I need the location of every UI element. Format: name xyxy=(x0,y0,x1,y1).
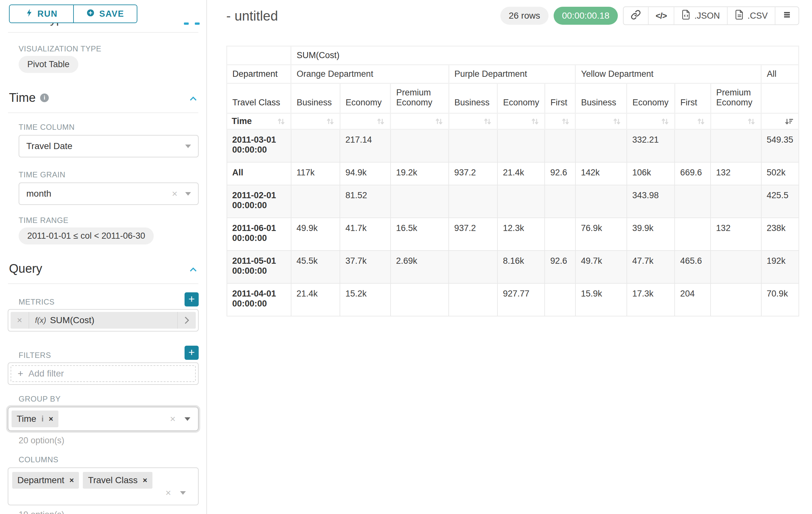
metric-pill[interactable]: × f(x) SUM(Cost) xyxy=(10,312,196,329)
time-grain-select[interactable]: month × xyxy=(19,183,199,205)
columns-label: COLUMNS xyxy=(19,455,199,464)
remove-token-icon[interactable]: × xyxy=(49,414,53,424)
row-label-cell: All xyxy=(227,162,291,185)
pivot-value-cell: 425.5 xyxy=(761,185,799,218)
pivot-value-cell: 39.9k xyxy=(627,218,675,250)
query-section-header[interactable]: Query xyxy=(0,262,206,276)
pivot-value-cell: 549.35 xyxy=(761,130,799,163)
chevron-up-icon[interactable] xyxy=(189,262,197,276)
sort-icon[interactable] xyxy=(325,117,335,126)
columns-token[interactable]: Department× xyxy=(12,472,79,489)
sort-icon[interactable] xyxy=(530,117,540,126)
sort-icon[interactable] xyxy=(376,117,385,126)
export-csv-button[interactable]: .CSV xyxy=(727,7,775,24)
column-leaf-header: Economy xyxy=(340,83,390,113)
view-query-button[interactable]: </> xyxy=(648,7,674,24)
metrics-label: METRICS xyxy=(19,297,55,306)
column-sort-header[interactable] xyxy=(390,113,449,130)
time-section-header[interactable]: Time i xyxy=(0,91,206,105)
sort-icon[interactable] xyxy=(747,117,756,126)
column-sort-header[interactable] xyxy=(576,113,627,130)
query-section-title: Query xyxy=(9,262,42,276)
time-section-title: Time xyxy=(9,91,36,105)
pivot-value-cell xyxy=(291,130,340,163)
visualization-type-value[interactable]: Pivot Table xyxy=(19,56,78,73)
sort-desc-icon[interactable] xyxy=(784,117,794,126)
filters-control: + Add filter xyxy=(8,362,199,385)
pivot-value-cell: 21.4k xyxy=(497,162,545,185)
row-label-cell: 2011-04-01 00:00:00 xyxy=(227,283,291,316)
column-sort-header[interactable] xyxy=(449,113,497,130)
pivot-value-cell: 47.7k xyxy=(627,250,675,283)
lightning-icon xyxy=(25,9,33,19)
pivot-row: 2011-06-01 00:00:0049.9k41.7k16.5k937.21… xyxy=(227,218,799,250)
pivot-value-cell: 217.14 xyxy=(340,130,390,163)
add-filter-label: Add filter xyxy=(29,369,64,379)
pivot-value-cell: 81.52 xyxy=(340,185,390,218)
sort-icon[interactable] xyxy=(696,117,706,126)
columns-select[interactable]: Department×Travel Class× × xyxy=(8,467,199,505)
sort-icon[interactable] xyxy=(561,117,570,126)
pivot-value-cell: 76.9k xyxy=(576,218,627,250)
pivot-value-cell xyxy=(710,185,761,218)
save-button[interactable]: SAVE xyxy=(73,5,137,23)
sort-icon[interactable] xyxy=(612,117,622,126)
pivot-value-cell xyxy=(390,185,449,218)
group-by-select[interactable]: Timei× × xyxy=(8,407,199,431)
add-filter-button[interactable]: + xyxy=(184,346,199,360)
add-metric-button[interactable]: + xyxy=(184,292,199,306)
clear-icon[interactable]: × xyxy=(170,414,176,424)
pivot-row: 2011-03-01 00:00:00217.14332.21549.35 xyxy=(227,130,799,163)
pivot-value-cell: 238k xyxy=(761,218,799,250)
link-icon xyxy=(631,10,641,22)
export-json-button[interactable]: .JSON xyxy=(674,7,727,24)
column-leaf-header: Economy xyxy=(627,83,675,113)
remove-metric-icon[interactable]: × xyxy=(10,315,29,325)
time-range-value[interactable]: 2011-01-01 ≤ col < 2011-06-30 xyxy=(19,227,154,244)
more-menu-button[interactable] xyxy=(775,7,799,24)
remove-token-icon[interactable]: × xyxy=(143,476,147,485)
chevron-up-icon[interactable] xyxy=(189,91,197,105)
query-timer-badge: 00:00:00.18 xyxy=(554,7,618,25)
pivot-value-cell: 37.7k xyxy=(340,250,390,283)
pivot-row: 2011-05-01 00:00:0045.5k37.7k2.69k8.16k9… xyxy=(227,250,799,283)
column-leaf-header: First xyxy=(675,83,710,113)
pivot-value-cell: 92.6 xyxy=(545,162,575,185)
pivot-value-cell: 49.9k xyxy=(291,218,340,250)
short-link-button[interactable] xyxy=(624,7,648,24)
pivot-row: 2011-04-01 00:00:0021.4k15.2k927.7715.9k… xyxy=(227,283,799,316)
sort-icon[interactable] xyxy=(434,117,444,126)
group-by-token[interactable]: Timei× xyxy=(11,410,58,427)
column-sort-header[interactable] xyxy=(675,113,710,130)
clear-icon[interactable]: × xyxy=(172,189,177,198)
clear-icon[interactable]: × xyxy=(165,488,171,497)
sort-icon[interactable] xyxy=(660,117,670,126)
column-sort-header[interactable] xyxy=(497,113,545,130)
row-count-badge: 26 rows xyxy=(500,7,549,25)
column-sort-header[interactable] xyxy=(340,113,390,130)
add-filter-dropzone[interactable]: + Add filter xyxy=(10,365,196,382)
column-sort-header[interactable] xyxy=(710,113,761,130)
group-by-options-hint: 20 option(s) xyxy=(19,436,206,445)
column-leaf-header: Business xyxy=(449,83,497,113)
pivot-value-cell xyxy=(710,250,761,283)
column-leaf-header: Premium Economy xyxy=(710,83,761,113)
json-file-icon xyxy=(682,10,691,22)
pivot-value-cell xyxy=(291,185,340,218)
pivot-value-cell: 192k xyxy=(761,250,799,283)
chart-title[interactable]: - untitled xyxy=(226,6,278,24)
pivot-value-cell xyxy=(576,130,627,163)
remove-token-icon[interactable]: × xyxy=(69,476,74,485)
pivot-value-cell: 19.2k xyxy=(390,162,449,185)
columns-token[interactable]: Travel Class× xyxy=(83,472,152,489)
time-sort-header[interactable]: Time xyxy=(227,113,291,130)
time-column-select[interactable]: Travel Date xyxy=(19,135,199,157)
chevron-right-icon[interactable] xyxy=(178,316,196,324)
column-sort-header[interactable] xyxy=(627,113,675,130)
column-sort-header[interactable] xyxy=(545,113,575,130)
sort-icon[interactable] xyxy=(483,117,492,126)
column-sort-header[interactable] xyxy=(761,113,799,130)
sort-icon[interactable] xyxy=(276,117,286,126)
column-sort-header[interactable] xyxy=(291,113,340,130)
run-button[interactable]: RUN xyxy=(10,5,73,23)
